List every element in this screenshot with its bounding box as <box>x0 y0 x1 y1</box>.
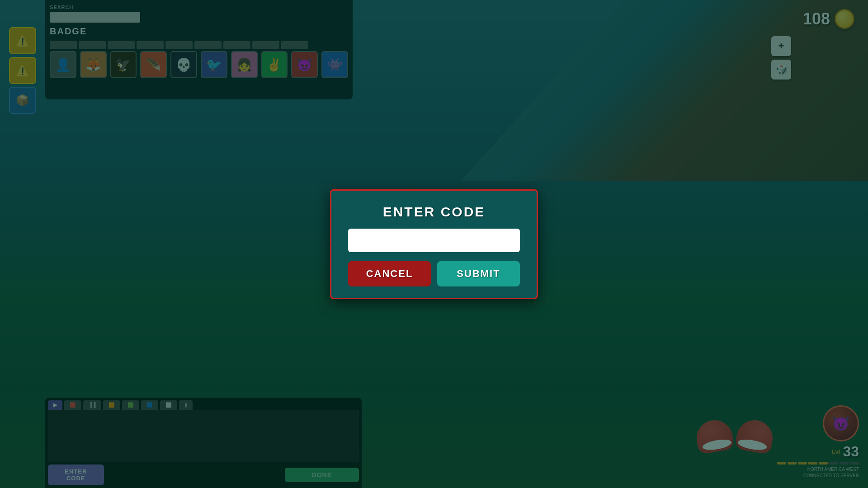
modal-overlay: ENTER CODE CANCEL SUBMIT <box>0 0 868 488</box>
code-input[interactable] <box>348 229 520 252</box>
modal-title: ENTER CODE <box>383 204 486 220</box>
modal-buttons: CANCEL SUBMIT <box>348 261 520 286</box>
enter-code-dialog: ENTER CODE CANCEL SUBMIT <box>330 189 538 299</box>
cancel-button[interactable]: CANCEL <box>348 261 431 286</box>
submit-button[interactable]: SUBMIT <box>437 261 520 286</box>
